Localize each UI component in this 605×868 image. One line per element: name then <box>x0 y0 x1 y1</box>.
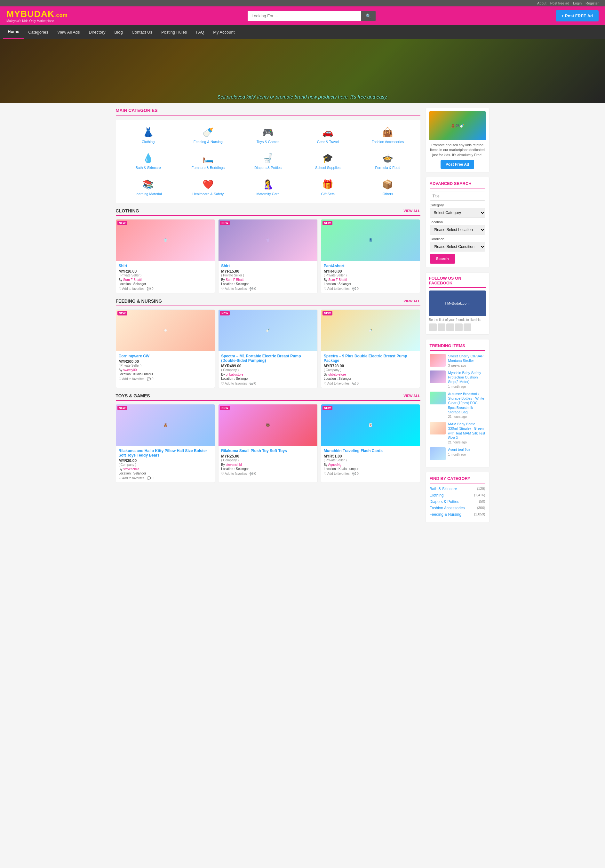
cat-toys[interactable]: 🎮Toys & Games <box>239 124 296 147</box>
trending-item-title[interactable]: Sweet Cherry C879AP Montana Stroller <box>448 354 486 363</box>
register-link[interactable]: Register <box>585 1 599 5</box>
cat-clothing[interactable]: 👗Clothing <box>119 124 177 147</box>
cat-gifts[interactable]: 🎁Gift Sets <box>299 176 357 199</box>
cat-fashion[interactable]: 👜Fashion Accessories <box>359 124 416 147</box>
add-to-favorites[interactable]: ♡ Add to favorites <box>324 382 350 385</box>
cat-healthcare[interactable]: ❤️Healthcare & Safety <box>180 176 237 199</box>
new-badge: NEW <box>220 311 230 315</box>
product-card: NEW 🍼 Spectra – M1 Portable Electric Bre… <box>218 309 318 388</box>
add-to-favorites[interactable]: ♡ Add to favorites <box>221 472 247 476</box>
facebook-preview[interactable]: f MyBudak.com <box>429 290 486 316</box>
cat-maternity[interactable]: 🤱Maternity Care <box>239 176 296 199</box>
seller-link[interactable]: Sum F Bhatti <box>226 278 244 282</box>
product-title[interactable]: Spectra – 9 Plus Double Electric Breast … <box>324 354 417 363</box>
search-button[interactable]: 🔍 <box>361 11 375 21</box>
category-select[interactable]: Select Category <box>430 208 486 217</box>
product-info: Shirt MYR15.00 ( Private Seller ) By Sum… <box>219 261 317 293</box>
comments: 💬 0 <box>250 472 256 476</box>
add-to-favorites[interactable]: ♡ Add to favorites <box>221 382 247 385</box>
cat-bath[interactable]: 💧Bath & Skincare <box>119 150 177 173</box>
cat-others[interactable]: 📦Others <box>359 176 416 199</box>
header: MYBUDAK.com Malaysia's Kids Only Marketp… <box>0 6 605 25</box>
cat-gear[interactable]: 🚗Gear & Travel <box>299 124 357 147</box>
nav-my-account[interactable]: My Account <box>209 26 239 39</box>
seller-link[interactable]: stevenchild <box>123 467 139 471</box>
trending-item-title[interactable]: Avent teal 9oz <box>448 447 486 452</box>
post-ad-button[interactable]: + Post FREE Ad <box>556 10 599 22</box>
nav-faq[interactable]: FAQ <box>191 26 209 39</box>
cat-label-clothing: Clothing <box>142 140 155 144</box>
seller-link[interactable]: ohbabystore <box>328 373 346 376</box>
cat-find-link-fashion[interactable]: Fashion Accessories <box>430 506 465 510</box>
cat-find-link-clothing[interactable]: Clothing <box>430 493 444 498</box>
add-to-favorites[interactable]: ♡ Add to favorites <box>324 472 350 476</box>
seller-link[interactable]: sweety00 <box>123 368 137 372</box>
add-to-favorites[interactable]: ♡ Add to favorites <box>119 476 144 480</box>
add-to-favorites[interactable]: ♡ Add to favorites <box>221 287 247 290</box>
product-title[interactable]: Spectra – M1 Portable Electric Breast Pu… <box>221 354 315 363</box>
nav-directory[interactable]: Directory <box>84 26 110 39</box>
cat-icon-diapers: 🚽 <box>262 153 273 163</box>
adv-search-title-input[interactable] <box>430 192 486 201</box>
seller-link[interactable]: Sum F Bhatti <box>123 278 142 282</box>
nav-home[interactable]: Home <box>3 25 24 39</box>
cat-label-fashion: Fashion Accessories <box>371 140 404 144</box>
add-to-favorites[interactable]: ♡ Add to favorites <box>119 287 144 290</box>
cat-feeding[interactable]: 🍼Feeding & Nursing <box>180 124 237 147</box>
trending-time: 1 month ago <box>448 453 486 456</box>
nav-blog[interactable]: Blog <box>110 26 127 39</box>
cat-find-link-diapers[interactable]: Diapers & Potties <box>430 499 459 504</box>
cat-diapers[interactable]: 🚽Diapers & Potties <box>239 150 296 173</box>
nav-contact[interactable]: Contact Us <box>127 26 157 39</box>
product-title[interactable]: Shirt <box>221 264 315 268</box>
product-title[interactable]: Rilakuma Small Plush Toy Soft Toys <box>221 449 315 453</box>
post-free-ad-link[interactable]: Post free ad <box>550 1 569 5</box>
add-to-favorites[interactable]: ♡ Add to favorites <box>119 377 144 381</box>
cat-find-link-bath[interactable]: Bath & Skincare <box>430 487 457 491</box>
adv-search-title: ADVANCED SEARCH <box>430 181 486 188</box>
cat-furniture[interactable]: 🛏️Furniture & Beddings <box>180 150 237 173</box>
product-placeholder: 🍼 <box>219 310 317 351</box>
seller-link[interactable]: Sum F Bhatti <box>328 278 347 282</box>
search-input[interactable] <box>248 11 361 21</box>
cat-icon-clothing: 👗 <box>143 127 154 138</box>
trending-item-title[interactable]: MAM Baby Bottle 330ml (Single) - Green w… <box>448 422 486 440</box>
login-link[interactable]: Login <box>573 1 582 5</box>
product-title[interactable]: Shirt <box>119 264 213 268</box>
seller-link[interactable]: AgnesNg <box>328 463 341 467</box>
product-placeholder: 👖 <box>321 220 420 261</box>
cat-formula[interactable]: 🍲Formula & Food <box>359 150 416 173</box>
product-title[interactable]: Pant&short <box>324 264 417 268</box>
hero-text: Sell preloved kids' items or promote bra… <box>214 91 391 103</box>
clothing-view-all[interactable]: VIEW ALL <box>403 209 420 213</box>
product-info: Shirt MYR10.00 ( Private Seller ) By Sum… <box>116 261 215 293</box>
cat-school[interactable]: 🎓School Supplies <box>299 150 357 173</box>
condition-select[interactable]: Please Select Condition <box>430 242 486 251</box>
about-link[interactable]: About <box>537 1 546 5</box>
toys-view-all[interactable]: VIEW ALL <box>403 394 420 398</box>
cat-label-diapers: Diapers & Potties <box>254 166 282 170</box>
product-type: ( Company ) <box>324 368 417 372</box>
nav-view-all-ads[interactable]: View All Ads <box>53 26 84 39</box>
location-label: Location <box>430 220 486 224</box>
promo-post-ad-button[interactable]: Post Free Ad <box>441 160 475 169</box>
product-type: ( Company ) <box>221 459 315 462</box>
add-to-favorites[interactable]: ♡ Add to favorites <box>324 287 350 290</box>
nav-posting-rules[interactable]: Posting Rules <box>157 26 191 39</box>
location-select[interactable]: Please Select Location <box>430 225 486 234</box>
cat-learning[interactable]: 📚Learning Material <box>119 176 177 199</box>
trending-item-title[interactable]: Autumnz Breastmilk Storage Bottles - Whi… <box>448 392 486 414</box>
seller-link[interactable]: stevenchild <box>226 463 242 467</box>
nav-categories[interactable]: Categories <box>24 26 53 39</box>
adv-search-button[interactable]: Search <box>430 254 455 264</box>
product-title[interactable]: Corningware CW <box>119 354 213 358</box>
product-title[interactable]: Munchkin Traveling Flash Cards <box>324 449 417 453</box>
trending-image <box>430 370 446 383</box>
product-title[interactable]: Rilakuma and Hallo Kitty Pillow Half Siz… <box>119 449 213 457</box>
cat-find-link-feeding[interactable]: Feeding & Nursing <box>430 512 461 517</box>
trending-item-title[interactable]: Myoshin Baby Safety Protection Cushion S… <box>448 370 486 384</box>
feeding-view-all[interactable]: VIEW ALL <box>403 299 420 303</box>
product-info: Rilakuma and Hallo Kitty Pillow Half Siz… <box>116 446 215 482</box>
cat-icon-gifts: 🎁 <box>322 179 334 190</box>
seller-link[interactable]: ohbabystore <box>226 373 244 376</box>
